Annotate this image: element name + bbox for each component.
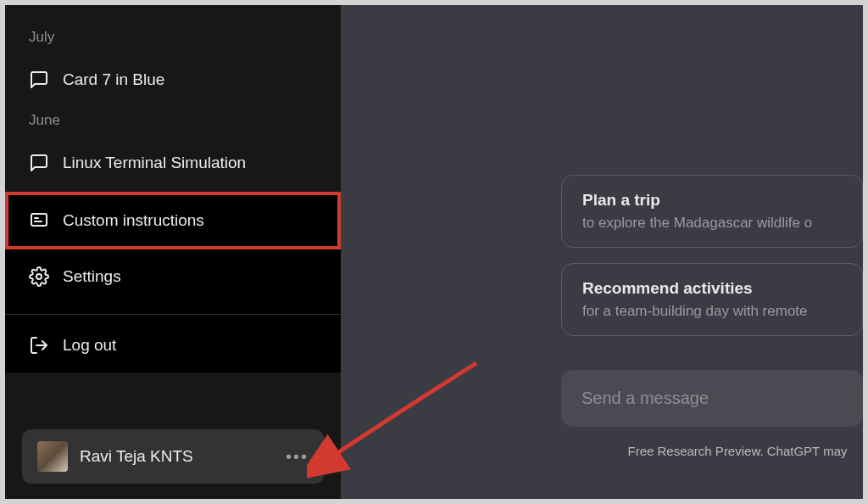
- gear-icon: [29, 266, 49, 287]
- message-input[interactable]: Send a message: [561, 370, 863, 427]
- menu-item-label: Custom instructions: [63, 211, 204, 230]
- app-frame: July Card 7 in Blue June Linux Terminal …: [5, 5, 863, 499]
- month-label-july: July: [5, 29, 341, 58]
- logout-button[interactable]: Log out: [5, 314, 341, 372]
- svg-rect-0: [31, 214, 47, 226]
- custom-instructions-icon: [29, 210, 49, 231]
- logout-icon: [29, 335, 49, 356]
- chat-item-card7[interactable]: Card 7 in Blue: [5, 58, 341, 102]
- chat-item-label: Card 7 in Blue: [63, 70, 164, 89]
- custom-instructions-button[interactable]: Custom instructions: [5, 192, 341, 249]
- svg-point-3: [36, 274, 42, 279]
- suggestion-card-activities[interactable]: Recommend activities for a team-building…: [561, 263, 863, 336]
- sidebar: July Card 7 in Blue June Linux Terminal …: [5, 5, 341, 499]
- menu-item-label: Settings: [63, 267, 121, 286]
- avatar: [37, 441, 68, 472]
- suggestion-title: Recommend activities: [582, 279, 842, 298]
- more-icon[interactable]: •••: [286, 447, 309, 467]
- suggestion-subtitle: for a team-building day with remote: [582, 303, 842, 320]
- chat-icon: [29, 70, 49, 90]
- main-panel: Plan a trip to explore the Madagascar wi…: [341, 5, 863, 499]
- suggestion-title: Plan a trip: [582, 191, 842, 210]
- suggestion-card-trip[interactable]: Plan a trip to explore the Madagascar wi…: [561, 175, 863, 248]
- user-menu: Custom instructions Settings: [5, 192, 341, 372]
- username: Ravi Teja KNTS: [80, 447, 274, 466]
- suggestion-subtitle: to explore the Madagascar wildlife o: [582, 215, 842, 232]
- chat-item-label: Linux Terminal Simulation: [63, 154, 246, 172]
- chat-icon: [29, 153, 49, 173]
- chat-item-linux[interactable]: Linux Terminal Simulation: [5, 141, 341, 185]
- user-bar[interactable]: Ravi Teja KNTS •••: [22, 429, 324, 484]
- message-input-placeholder: Send a message: [581, 389, 843, 408]
- menu-item-label: Log out: [63, 336, 116, 355]
- footer-note: Free Research Preview. ChatGPT may: [561, 437, 863, 458]
- month-label-june: June: [5, 102, 341, 141]
- settings-button[interactable]: Settings: [5, 249, 341, 304]
